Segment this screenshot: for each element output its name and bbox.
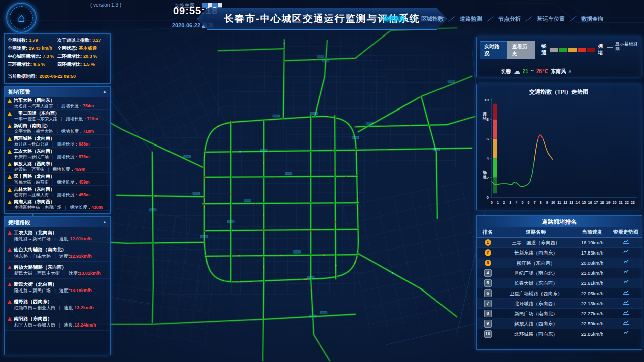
trend-chart-icon[interactable] [622, 278, 629, 288]
warning-segment: 南湖新村中街→南湖广场 [14, 205, 62, 210]
ranking-speed-cell: 17.83km/h [573, 248, 612, 258]
stat-cell: 三环拥堵比:9.5 % [8, 62, 55, 67]
congestion-list-item[interactable]: 工农大路（北向南）隆礼路→新民广场｜速度:12.01km/h [5, 227, 110, 244]
ranking-speed-cell: 20.08km/h [573, 258, 612, 268]
tab-history[interactable]: 查看历史 [507, 41, 535, 59]
ranking-row[interactable]: 7北环城路（东向西）22.13km/h [477, 299, 642, 309]
warning-detail: 无名路→汽车大路东｜拥堵长度：754m [8, 103, 107, 108]
checkbox-label: 显示基础路网 [615, 41, 638, 52]
warning-road-text: 解放大路（西向东） [14, 161, 55, 167]
trend-chart-icon[interactable] [622, 299, 629, 308]
collapse-arrow-icon[interactable]: ▲ [103, 217, 107, 227]
congestion-list-item[interactable]: 仙台大街辅路（南向北）浦东路→自由大路｜速度:12.91km/h [5, 244, 110, 262]
svg-text:6: 6 [487, 137, 489, 141]
trend-chart-icon[interactable] [622, 248, 629, 258]
ranking-icon-cell [612, 319, 640, 329]
home-logo-button[interactable]: ⌂ [6, 3, 37, 33]
warning-triangle-icon [8, 162, 12, 166]
tab-realtime[interactable]: 实时路况 [480, 41, 507, 59]
congestion-road-name: 工农大路（北向南） [8, 230, 107, 236]
nav-item-4[interactable]: 节点分析 [498, 15, 521, 23]
checkbox-icon [607, 42, 613, 48]
ranking-row[interactable]: 5长春大街（东向西）21.61km/h [477, 278, 642, 288]
warning-segment: 长庆街→新民广场 [14, 154, 49, 159]
nav-item-3[interactable]: 道路监测 [460, 15, 482, 23]
congestion-road-name: 仙台大街辅路（南向北） [8, 247, 107, 253]
trend-chart-icon[interactable] [622, 258, 629, 268]
warning-list-item[interactable]: 南湖大路（东向西）南湖新村中街→南湖广场｜拥堵长度：438m [5, 198, 110, 211]
warning-list-item[interactable]: 北环城路（东向西）北人民大街→北凯旋路｜拥堵长度：436m [5, 211, 110, 212]
warning-segment: 富民大街→站前街 [14, 179, 49, 185]
legend-color-block [578, 48, 586, 52]
warning-list-item[interactable]: 新明街（南向北）金宇大路→盛世大路｜拥堵长度：710m [5, 122, 110, 135]
trend-chart-icon[interactable] [622, 309, 629, 318]
tpi-chart-panel: 交通指数（TPI）走势图 024681001234567891011121314… [476, 84, 641, 210]
stat-cell: 全网速度:29.43 km/h [8, 46, 55, 51]
ranking-row[interactable]: 6卫星广场辅路（西向东）22.05km/h [477, 288, 642, 299]
ranking-row[interactable]: 4世纪广场（南向北）21.03km/h [477, 268, 642, 278]
road-condition-panel: 实时路况 查看历史 畅通 拥堵 显示基础路网 长春 ☁ 21 ~ 26℃ 东南风… [476, 37, 641, 77]
trend-chart-icon[interactable] [622, 319, 629, 329]
svg-text:14: 14 [575, 201, 580, 204]
nav-item-2[interactable]: 区域指数 [421, 15, 444, 23]
legend-color-blocks [550, 48, 596, 52]
ranking-row[interactable]: 8新民广场（南向北）22.27km/h [477, 309, 642, 319]
congestion-list-item[interactable]: 新民大街（北向南）隆礼路→新民广场｜速度:13.18km/h [5, 279, 110, 296]
warning-list-item[interactable]: 吉林大路（东向西）临河街→亚泰大街｜拥堵长度：455m [5, 186, 110, 198]
congestion-detail: 新民大街→西民主大街｜速度:13.01km/h [8, 270, 107, 276]
warning-list-item[interactable]: 工农大路（东向西）长庆街→新民广场｜拥堵长度：576m [5, 148, 110, 160]
length-label: 拥堵长度： [57, 192, 79, 197]
svg-text:1: 1 [497, 201, 499, 204]
weather-more-link[interactable]: » [568, 68, 571, 74]
svg-text:8: 8 [540, 201, 542, 204]
nav-item-1[interactable]: 实时路况 [383, 15, 405, 23]
congestion-road-text: 南阳路（东向西） [14, 316, 52, 322]
warning-road-name: 新明街（南向北） [8, 123, 107, 129]
ranking-rank-cell: 10 [477, 330, 499, 338]
tpi-chart-title: 交通指数（TPI）走势图 [477, 84, 641, 96]
ranking-row[interactable]: 2长新东路（西向东）17.83km/h [477, 248, 642, 258]
collapse-arrow-icon[interactable]: ▲ [103, 87, 107, 97]
congestion-detail: 和平大街→春城大街｜速度:13.24km/h [8, 322, 107, 328]
nav-separator-line [410, 16, 416, 22]
trend-chart-icon[interactable] [622, 268, 629, 278]
rank-badge: 3 [485, 260, 491, 266]
congestion-list-item[interactable]: 越野路（西向东）红领巾街→创业大街｜速度:13.2km/h [5, 296, 110, 313]
warning-list-item[interactable]: 解放大路（西向东）建设街→万宝街｜拥堵长度：459m [5, 160, 110, 173]
nav-separator-line [371, 16, 378, 22]
overview-stats: 全网指数:3.79次干道以上指数:3.27全网速度:29.43 km/h全网状态… [5, 34, 110, 68]
base-network-checkbox[interactable]: 显示基础路网 [607, 41, 638, 52]
length-label: 拥堵长度： [57, 154, 79, 159]
trend-chart-icon[interactable] [622, 329, 629, 339]
separator: ｜ [64, 205, 68, 210]
stat-label: 次干道以上指数: [57, 38, 91, 43]
congestion-list-item[interactable]: 南阳路（东向西）和平大街→春城大街｜速度:13.24km/h [5, 313, 110, 331]
ranking-row[interactable]: 1三零二国道（东向西）16.19km/h [477, 238, 642, 248]
congestion-detail: 隆礼路→新民广场｜速度:13.18km/h [8, 287, 107, 294]
warning-detail: 临河街→亚泰大街｜拥堵长度：455m [8, 192, 107, 197]
alert-triangle-icon [8, 248, 12, 252]
rank-badge: 8 [484, 310, 492, 317]
length-label: 拥堵长度： [70, 205, 92, 210]
warning-list-item[interactable]: 一零二国道（东向西）一零一省道→东荣大路｜拥堵长度：719m [5, 110, 110, 122]
legend-color-block [568, 48, 577, 52]
trend-chart-icon[interactable] [622, 238, 629, 247]
svg-text:10: 10 [551, 201, 555, 204]
nav-item-5[interactable]: 营运车位置 [537, 15, 565, 23]
ranking-row[interactable]: 3柳江路（东向西）20.08km/h [477, 258, 642, 268]
congestion-list-item[interactable]: 解放大路辅路（东向西）新民大街→西民主大街｜速度:13.01km/h [5, 262, 110, 279]
traffic-legend: 畅通 拥堵 [539, 43, 607, 56]
ranking-row[interactable]: 10北环城路（西向东）22.85km/h [477, 329, 642, 339]
warning-list-item[interactable]: 西环城路（北向南）新月路→长白公路｜拥堵长度：633m [5, 135, 110, 148]
nav-item-6[interactable]: 数据查询 [581, 15, 603, 23]
ranking-icon-cell [612, 258, 640, 268]
warning-segment: 金宇大路→盛世大路 [14, 129, 53, 134]
trend-chart-icon[interactable] [622, 288, 629, 298]
ranking-row[interactable]: 9解放大路（西向东）22.59km/h [477, 319, 642, 329]
warning-list-item[interactable]: 汽车大路（西向东）无名路→汽车大路东｜拥堵长度：754m [5, 97, 110, 110]
stat-value: 1.5 % [83, 62, 95, 67]
warning-list-item[interactable]: 双丰西路（北向南）富民大街→站前街｜拥堵长度：459m [5, 173, 110, 186]
congestion-segment: 红领巾街→创业大街 [14, 305, 55, 310]
ranking-road-cell: 长春大街（东向西） [499, 278, 573, 288]
warning-detail: 金宇大路→盛世大路｜拥堵长度：710m [8, 129, 107, 134]
